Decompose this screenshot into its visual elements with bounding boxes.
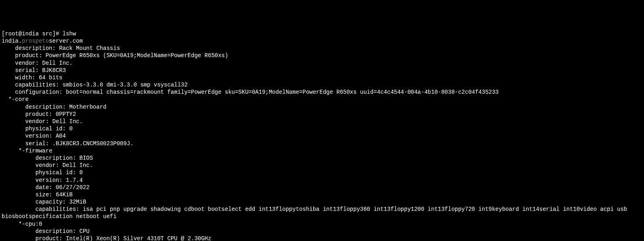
firmware-date: date: 06/27/2022	[2, 184, 89, 191]
firmware-description: description: BIOS	[2, 155, 93, 161]
core-product: product: 0PPTY2	[2, 111, 76, 117]
core-vendor: vendor: Dell Inc.	[2, 118, 83, 125]
system-vendor: vendor: Dell Inc.	[2, 60, 72, 66]
system-description: description: Rack Mount Chassis	[2, 45, 120, 51]
system-configuration: configuration: boot=normal chassis=rackm…	[2, 89, 499, 95]
system-width: width: 64 bits	[2, 74, 62, 81]
shell-prompt: [root@india src]#	[2, 31, 59, 37]
core-serial: serial: .BJK8CR3.CNCMS0023P009J.	[2, 140, 134, 147]
firmware-capacity: capacity: 32MiB	[2, 199, 86, 205]
command-input: lshw	[62, 31, 76, 37]
core-version: version: A04	[2, 133, 66, 139]
core-description: description: Motherboard	[2, 104, 106, 110]
hostname-dim: prospeto	[22, 38, 49, 44]
firmware-capabilities: capabilities: isa pci pnp upgrade shadow…	[2, 206, 631, 220]
cpu-header: *-cpu:0	[2, 221, 42, 227]
hostname-pre: india.	[2, 38, 22, 44]
firmware-physical-id: physical id: 0	[2, 169, 83, 176]
system-capabilities: capabilities: smbios-3.3.0 dmi-3.3.0 smp…	[2, 82, 188, 88]
cpu-product: product: Intel(R) Xeon(R) Silver 4310T C…	[2, 235, 211, 241]
core-header: *-core	[2, 96, 29, 103]
hostname-post: server.com	[49, 38, 83, 44]
firmware-header: *-firmware	[2, 148, 52, 154]
firmware-version: version: 1.7.4	[2, 177, 83, 183]
firmware-vendor: vendor: Dell Inc.	[2, 162, 93, 169]
firmware-size: size: 64KiB	[2, 192, 72, 198]
cpu-description: description: CPU	[2, 228, 89, 235]
system-serial: serial: BJK8CR3	[2, 67, 66, 74]
system-product: product: PowerEdge R650xs (SKU=0A19;Mode…	[2, 52, 228, 59]
terminal-output[interactable]: [root@india src]# lshw india.prospetoser…	[2, 30, 642, 241]
core-physical-id: physical id: 0	[2, 126, 72, 132]
